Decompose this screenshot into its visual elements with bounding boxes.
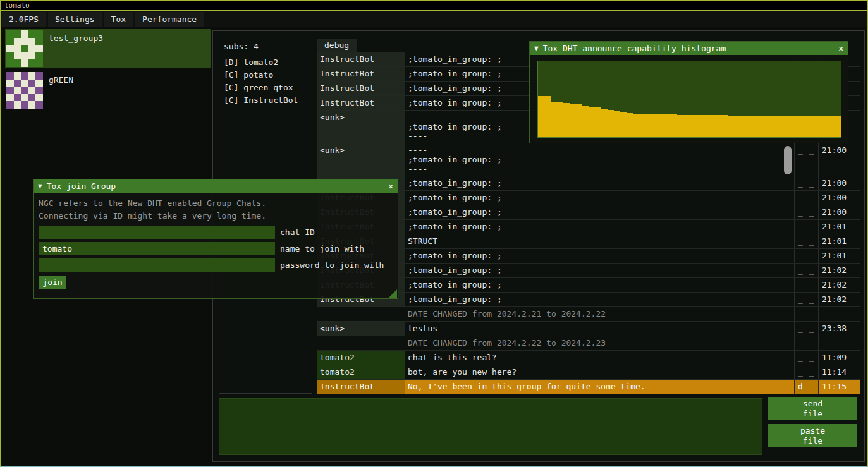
send-file-button[interactable]: send file [768, 397, 857, 420]
message-text: DATE CHANGED from 2024.2.22 to 2024.2.23 [405, 336, 794, 350]
message-status: _ _ [794, 278, 818, 292]
message-text: ;tomato_in_group: ; [405, 249, 794, 263]
message-status: _ _ [794, 293, 818, 306]
histogram-titlebar[interactable]: ▼ Tox DHT announce capability histogram … [530, 42, 848, 55]
message-text: ;tomato_in_group: ; [405, 293, 794, 306]
message-text: ;tomato_in_group: ; [405, 278, 794, 292]
chat-message-row[interactable]: InstructBot ;tomato_in_group: ; _ _ 21:0… [317, 220, 860, 234]
join-group-title: Tox join Group [47, 181, 116, 191]
histogram-body [530, 55, 848, 143]
message-time [818, 307, 860, 321]
window-titlebar[interactable]: tomato [1, 1, 867, 11]
chat-message-row[interactable]: InstructBot ;tomato_in_group: ; _ _ 21:0… [317, 191, 860, 205]
chat-message-row[interactable]: InstructBot ;tomato_in_group: ; _ _ 21:0… [317, 249, 860, 264]
password-input[interactable] [39, 258, 275, 272]
message-author: InstructBot [317, 82, 405, 95]
chat-message-row[interactable]: InstructBot ;tomato_in_group: ; _ _ 21:0… [317, 176, 860, 191]
message-author: <unk> [317, 143, 405, 176]
chat-message-row[interactable]: InstructBot ;tomato_in_group: ; _ _ 21:0… [317, 278, 860, 293]
chat-message-row[interactable]: DATE CHANGED from 2024.2.22 to 2024.2.23 [317, 336, 860, 351]
join-group-window: ▼ Tox join Group ✕ NGC refers to the New… [33, 179, 398, 299]
collapse-arrow-icon[interactable]: ▼ [534, 44, 539, 52]
name-input[interactable] [39, 242, 275, 255]
chat-message-row[interactable]: InstructBot STRUCT _ _ 21:01 [317, 234, 860, 249]
chat-message-row[interactable]: <unk> ---- ;tomato_in_group: ; ---- _ _ … [317, 143, 860, 176]
chat-message-row[interactable]: DATE CHANGED from 2024.2.21 to 2024.2.22 [317, 307, 860, 322]
message-text: STRUCT [405, 234, 794, 248]
member-item[interactable]: [C] InstructBot [219, 94, 312, 107]
message-status: _ _ [794, 220, 818, 234]
chat-id-input[interactable] [39, 226, 275, 239]
scrollbar-thumb[interactable] [784, 146, 792, 174]
message-text: ;tomato_in_group: ; [405, 205, 794, 219]
message-time: 21:00 [818, 205, 860, 219]
menu-item[interactable]: Settings [48, 12, 102, 27]
message-time: 21:01 [818, 234, 860, 248]
join-note: NGC refers to the New DHT enabled Group … [39, 197, 393, 210]
message-text: bot, are you new here? [405, 365, 794, 379]
group-list: test_group3 gREEN [5, 29, 211, 112]
chat-message-row[interactable]: InstructBot ;tomato_in_group: ; _ _ 21:0… [317, 293, 860, 307]
group-name: gREEN [49, 72, 73, 85]
menu-item[interactable]: Tox [104, 12, 133, 27]
join-group-body: NGC refers to the New DHT enabled Group … [34, 193, 398, 298]
message-author [317, 307, 405, 321]
member-item[interactable]: [C] potato [219, 69, 312, 82]
message-status: _ _ [794, 143, 818, 176]
chat-message-row[interactable]: InstructBot ;tomato_in_group: ; _ _ 21:0… [317, 205, 860, 220]
menu-items: Settings Tox Performance [47, 11, 205, 27]
message-time: 21:01 [818, 249, 860, 263]
window-title: tomato [4, 1, 30, 9]
group-avatar [6, 30, 43, 67]
message-text: ;tomato_in_group: ; [405, 191, 794, 205]
message-author: <unk> [317, 322, 405, 336]
join-button[interactable]: join [39, 276, 66, 289]
group-item[interactable]: test_group3 [5, 29, 211, 68]
message-status: _ _ [794, 264, 818, 277]
message-time: 21:00 [818, 191, 860, 205]
message-status: _ _ [794, 205, 818, 219]
message-author: InstructBot [317, 96, 405, 110]
message-text: testus [405, 322, 794, 336]
field-label: password to join with [280, 260, 384, 270]
tab-debug[interactable]: debug [317, 39, 357, 53]
message-author: tomato2 [317, 351, 405, 365]
chat-message-row[interactable]: InstructBot No, I've been in this group … [317, 380, 860, 394]
group-name: test_group3 [49, 30, 103, 43]
collapse-arrow-icon[interactable]: ▼ [38, 182, 42, 190]
message-status: d [794, 380, 818, 394]
message-status [794, 336, 818, 350]
message-author: InstructBot [317, 67, 405, 81]
chat-message-row[interactable]: InstructBot ;tomato_in_group: ; _ _ 21:0… [317, 264, 860, 278]
chat-message-row[interactable]: tomato2 bot, are you new here? _ _ 11:14 [317, 365, 860, 380]
close-icon[interactable]: ✕ [838, 44, 843, 53]
message-author: <unk> [317, 111, 405, 143]
message-status: _ _ [794, 322, 818, 336]
member-item[interactable]: [D] tomato2 [219, 56, 312, 69]
message-time: 11:15 [818, 380, 860, 394]
menu-bar: 2.0FPS Settings Tox Performance [1, 11, 867, 27]
chat-message-row[interactable]: <unk> testus _ _ 23:38 [317, 322, 860, 336]
message-time: 21:02 [818, 293, 860, 306]
menu-item[interactable]: Performance [135, 12, 204, 27]
chat-message-row[interactable]: tomato2 chat is this real? _ _ 11:09 [317, 351, 860, 365]
histogram-window: ▼ Tox DHT announce capability histogram … [529, 41, 848, 143]
message-status: _ _ [794, 365, 818, 379]
message-text: ;tomato_in_group: ; [405, 220, 794, 234]
join-group-titlebar[interactable]: ▼ Tox join Group ✕ [34, 179, 398, 193]
member-item[interactable]: [C] green_qtox [219, 82, 312, 94]
message-status: _ _ [794, 351, 818, 365]
message-text: ;tomato_in_group: ; [405, 176, 794, 190]
message-status: _ _ [794, 234, 818, 248]
message-status: _ _ [794, 249, 818, 263]
resize-grip[interactable] [389, 289, 397, 298]
close-icon[interactable]: ✕ [388, 181, 393, 191]
message-author: InstructBot [317, 52, 405, 66]
message-time: 21:02 [818, 278, 860, 292]
message-author: tomato2 [317, 365, 405, 379]
member-list: [D] tomato2 [C] potato [C] green_qtox [C… [219, 54, 312, 107]
paste-file-button[interactable]: paste file [768, 424, 857, 447]
message-input[interactable] [219, 398, 762, 455]
group-item[interactable]: gREEN [5, 71, 211, 110]
message-text: DATE CHANGED from 2024.2.21 to 2024.2.22 [405, 307, 794, 321]
